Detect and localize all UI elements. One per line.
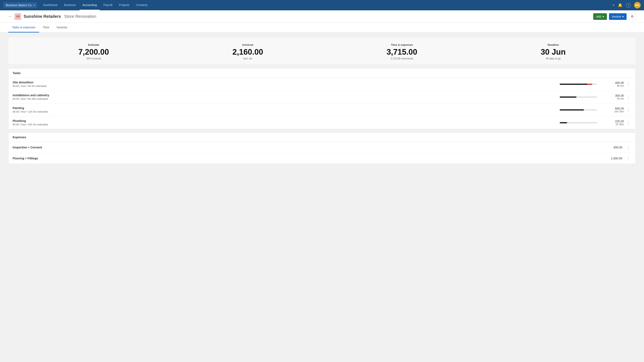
progress-fill [560,96,576,98]
task-amount: 400.00 8h 0m [605,81,624,87]
stats-row: Estimate 7,200.00 30% invoiced Invoiced … [8,37,636,64]
progress-track [560,96,597,98]
client-name: Sunshine Retailers [24,14,61,19]
expense-more-button[interactable]: ⋮ [626,145,631,150]
progress-track [560,122,597,123]
back-button[interactable]: ← [8,14,12,19]
task-amount: 300.00 5h 0m [605,94,624,100]
task-row: Plumbing 90.00 / hour • 10h 0m estimated… [8,116,636,129]
chevron-down-icon: ▾ [602,15,604,18]
task-row: Installations and cabinetry 60.00 / hour… [8,91,636,104]
expense-row: Flooring + Fittings 1,500.00 ⋮ [8,153,636,164]
user-avatar[interactable]: MS [634,2,641,8]
task-amount: 840.00 10h 30m [605,107,624,113]
project-header: ← SR Sunshine Retailers Store Renovation… [0,10,644,23]
chevron-down-icon: ▾ [622,15,624,18]
task-progress-container [560,122,601,123]
task-progress-container [560,96,601,98]
add-icon-button[interactable]: + [612,3,614,7]
progress-track [560,84,597,85]
task-more-button[interactable]: ⋮ [626,95,631,100]
tab-time[interactable]: Time [39,23,53,32]
main-content: Estimate 7,200.00 30% invoiced Invoiced … [0,32,644,362]
add-button[interactable]: Add ▾ [593,13,607,20]
expense-row: Inspection + Consent 450.00 ⋮ [8,142,636,153]
header-actions: Add ▾ Invoice ▾ ⚙ [593,13,636,20]
tabs-bar: Tasks & expenses Time Invoices [0,23,644,32]
stat-invoiced: Invoiced 2,160.00 excl. tax [232,43,263,60]
task-amount: 225.00 2h 30m [605,120,624,126]
task-info: Painting 80.00 / hour • 12h 0m estimated [13,106,556,113]
task-row: Painting 80.00 / hour • 12h 0m estimated… [8,104,636,116]
nav-item-payroll[interactable]: Payroll [100,0,115,10]
nav-right-actions: + 🔔 ? MS [612,2,641,8]
nav-item-accounting[interactable]: Accounting [80,0,100,10]
settings-button[interactable]: ⚙ [629,13,636,20]
top-navigation: Business Basics Co. ▾ Dashboard Business… [0,0,644,10]
project-name: Store Renovation [64,14,96,19]
tab-tasks-expenses[interactable]: Tasks & expenses [8,23,39,32]
progress-fill [560,122,567,123]
help-icon-button[interactable]: ? [626,3,631,8]
expenses-card-header: Expenses [8,133,636,142]
company-selector[interactable]: Business Basics Co. ▾ [3,2,37,8]
progress-fill [560,84,588,85]
progress-track [560,109,597,111]
task-more-button[interactable]: ⋮ [626,82,631,87]
task-progress-container [560,84,601,85]
task-progress-container [560,109,601,111]
task-more-button[interactable]: ⋮ [626,120,631,125]
nav-item-projects[interactable]: Projects [116,0,132,10]
task-more-button[interactable]: ⋮ [626,107,631,112]
chevron-down-icon: ▾ [34,4,34,6]
task-info: Installations and cabinetry 60.00 / hour… [13,94,556,100]
tab-invoices[interactable]: Invoices [53,23,71,32]
company-name: Business Basics Co. [6,3,32,7]
progress-fill [560,109,584,111]
tasks-card-header: Tasks [8,68,636,78]
task-info: Site demolition 50.00 / hour • 6h 0m est… [13,81,556,88]
progress-overflow [588,84,592,85]
client-avatar: SR [14,13,21,20]
tasks-card: Tasks Site demolition 50.00 / hour • 6h … [8,68,636,129]
nav-item-contacts[interactable]: Contacts [133,0,150,10]
nav-item-business[interactable]: Business [61,0,79,10]
bell-icon-button[interactable]: 🔔 [618,3,622,7]
stat-estimate: Estimate 7,200.00 30% invoiced [78,43,109,60]
expenses-card: Expenses Inspection + Consent 450.00 ⋮ F… [8,133,636,164]
task-info: Plumbing 90.00 / hour • 10h 0m estimated [13,119,556,126]
stat-deadline: Deadline 30 Jun 48 days to go [541,43,566,60]
task-row: Site demolition 50.00 / hour • 6h 0m est… [8,78,636,91]
nav-item-dashboard[interactable]: Dashboard [40,0,60,10]
expense-more-button[interactable]: ⋮ [626,156,631,161]
invoice-button[interactable]: Invoice ▾ [609,13,626,20]
stat-time-expenses: Time & expenses 3,715.00 3,715.00 uninvo… [387,43,417,60]
